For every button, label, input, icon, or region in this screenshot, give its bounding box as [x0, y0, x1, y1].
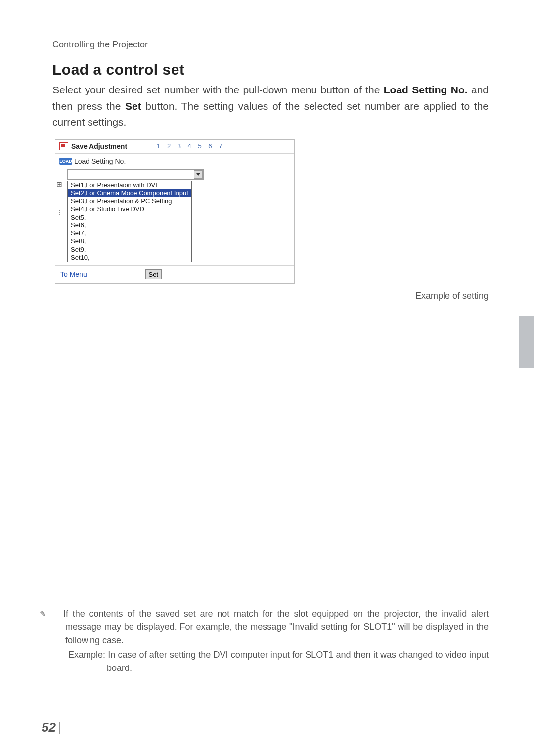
dropdown-option[interactable]: Set10,	[68, 254, 191, 262]
dropdown-option[interactable]: Set3,For Presentation & PC Setting	[68, 197, 191, 205]
dropdown-option[interactable]: Set2,For Cinema Mode Component Input	[68, 189, 191, 197]
save-icon	[59, 142, 68, 150]
set-button[interactable]: Set	[145, 269, 162, 279]
dropdown-option[interactable]: Set7,	[68, 229, 191, 237]
dropdown-area: ⊞ ⋮ Set1,For Presentaion with DVI Set2,F…	[55, 168, 294, 264]
footnote-line-2: Example: In case of after setting the DV…	[52, 648, 489, 675]
save-adjustment-title: Save Adjustment	[71, 142, 127, 150]
icon-marker: ⋮	[56, 208, 63, 216]
panel-footer: To Menu Set	[55, 265, 294, 280]
dropdown-option[interactable]: Set8,	[68, 237, 191, 245]
footnote-divider	[52, 603, 489, 603]
settings-panel: Save Adjustment 1 2 3 4 5 6 7 LOAD Load …	[55, 139, 295, 284]
body-bold-load-setting: Load Setting No.	[384, 84, 468, 95]
page-number-value: 52	[42, 720, 56, 735]
dropdown-option[interactable]: Set6,	[68, 222, 191, 229]
load-setting-dropdown[interactable]	[67, 169, 204, 180]
dropdown-option[interactable]: Set5,	[68, 214, 191, 222]
footnote-text: If the contents of the saved set are not…	[63, 609, 489, 645]
panel-caption: Example of setting	[55, 291, 489, 301]
footnote: ✎If the contents of the saved set are no…	[52, 607, 489, 675]
save-adjustment-row: Save Adjustment 1 2 3 4 5 6 7	[55, 141, 294, 154]
footnote-example-label: Example:	[68, 650, 108, 660]
page-number-bar	[59, 722, 60, 734]
body-bold-set: Set	[125, 100, 141, 112]
page-number-links[interactable]: 1 2 3 4 5 6 7	[157, 142, 224, 150]
page-number: 52	[42, 720, 60, 735]
chevron-down-icon[interactable]	[194, 170, 203, 179]
to-menu-link[interactable]: To Menu	[60, 270, 87, 278]
icon-marker: ⊞	[56, 180, 63, 188]
page-heading: Load a control set	[52, 61, 489, 78]
pencil-icon: ✎	[52, 608, 61, 620]
dropdown-list: Set1,For Presentaion with DVI Set2,For C…	[67, 181, 192, 263]
body-paragraph: Select your desired set number with the …	[52, 82, 489, 131]
divider	[52, 52, 489, 52]
section-header: Controlling the Projector	[52, 40, 489, 50]
load-badge-icon: LOAD	[59, 158, 72, 165]
side-tab	[519, 316, 534, 368]
settings-panel-wrap: Save Adjustment 1 2 3 4 5 6 7 LOAD Load …	[55, 139, 489, 302]
body-text: Select your desired set number with the …	[52, 84, 384, 95]
footnote-example-text: In case of after setting the DVI compute…	[107, 650, 489, 673]
dropdown-option[interactable]: Set1,For Presentaion with DVI	[68, 181, 191, 189]
load-setting-row: LOAD Load Setting No.	[55, 154, 294, 168]
dropdown-option[interactable]: Set9,	[68, 246, 191, 254]
load-setting-label: Load Setting No.	[74, 157, 126, 165]
footnote-line-1: ✎If the contents of the saved set are no…	[52, 607, 489, 647]
side-icons: ⊞ ⋮	[56, 180, 63, 216]
dropdown-option[interactable]: Set4,For Studio Live DVD	[68, 205, 191, 213]
